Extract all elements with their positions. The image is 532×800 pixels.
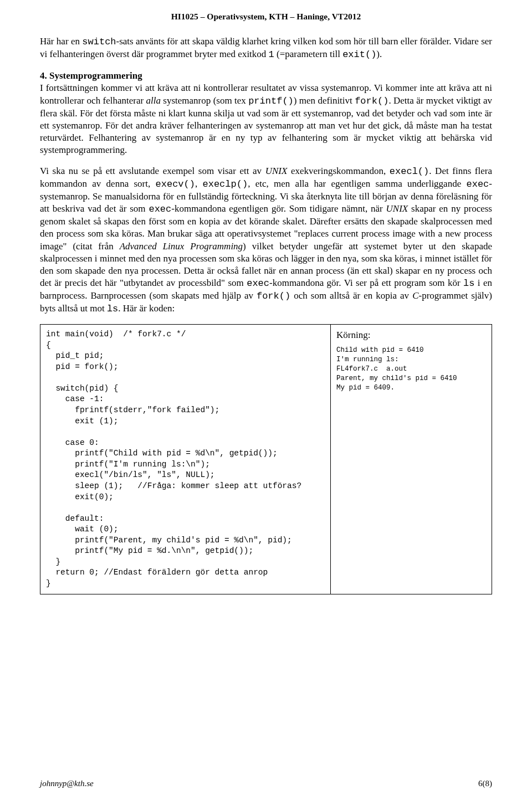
page-footer: johnnyp@kth.se 6(8)	[40, 778, 492, 789]
text: Här har en	[40, 36, 82, 47]
text: (=parametern till	[274, 49, 342, 59]
footer-email: johnnyp@kth.se	[40, 778, 94, 789]
section-heading: 4. Systemprogrammering	[40, 70, 142, 81]
code-inline: exec	[149, 204, 171, 214]
paragraph-2: 4. Systemprogrammering I fortsättningen …	[40, 70, 492, 156]
code-inline: ls	[463, 278, 474, 289]
text: -kommandona gör. Vi ser på ett program s…	[269, 278, 463, 288]
code-inline: exit()	[342, 49, 376, 60]
page-header: HI1025 – Operativsystem, KTH – Haninge, …	[40, 11, 492, 22]
code-inline: switch	[82, 37, 116, 47]
text: och som alltså är en kopia av	[290, 290, 412, 301]
text: . Här är koden:	[118, 303, 175, 314]
code-inline: execl()	[390, 166, 429, 177]
paragraph-1: Här har en switch-sats använts för att s…	[40, 35, 492, 61]
code-inline: execlp()	[203, 179, 248, 189]
code-inline: printf()	[248, 96, 294, 106]
italic-text: C	[412, 290, 418, 301]
code-inline: fork()	[257, 291, 290, 301]
text: -kommandona egentligen gör. Som tidigare…	[171, 203, 386, 214]
code-inline: exec	[467, 179, 489, 189]
code-inline: exec	[247, 278, 269, 289]
text: exekveringskommandon,	[287, 166, 390, 176]
code-inline: ls	[107, 304, 118, 314]
code-column: int main(void) /* fork7.c */ { pid_t pid…	[40, 325, 331, 594]
code-inline: fork()	[355, 96, 388, 106]
text: ,	[195, 178, 203, 189]
code-listing: int main(void) /* fork7.c */ { pid_t pid…	[46, 329, 325, 589]
italic-text: alla	[146, 95, 161, 106]
italic-text: UNIX	[265, 166, 288, 176]
paragraph-3: Vi ska nu se på ett avslutande exempel s…	[40, 165, 492, 315]
italic-text: UNIX	[386, 203, 408, 214]
italic-text: Advanced Linux Programming	[120, 241, 243, 252]
code-inline: execv()	[156, 179, 195, 189]
output-column: Körning: Child with pid = 6410 I'm runni…	[331, 325, 492, 594]
text: Vi ska nu se på ett avslutande exempel s…	[40, 166, 265, 176]
text: , etc, men alla har egentligen samma und…	[248, 178, 466, 189]
code-output-table: int main(void) /* fork7.c */ { pid_t pid…	[40, 324, 492, 594]
text: systemanrop (som tex	[161, 95, 248, 106]
text: ) men definitivt	[294, 95, 355, 106]
footer-page-number: 6(8)	[478, 778, 492, 789]
output-title: Körning:	[336, 329, 486, 341]
text: ).	[376, 49, 382, 59]
code-inline: 1	[269, 49, 274, 60]
output-listing: Child with pid = 6410 I'm running ls: FL…	[336, 346, 486, 392]
